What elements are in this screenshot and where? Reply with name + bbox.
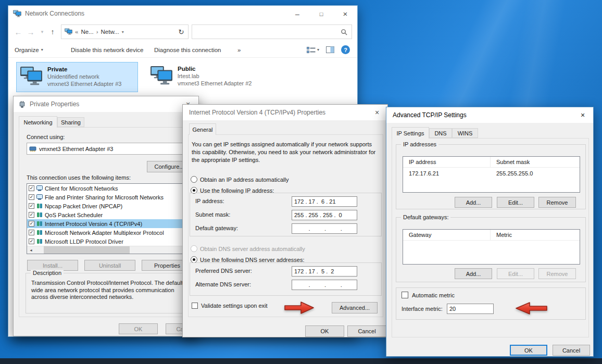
search-input[interactable] (192, 24, 352, 39)
automatic-metric-label[interactable]: Automatic metric (412, 292, 455, 298)
up-icon[interactable]: ↑ (47, 22, 58, 42)
subnet-mask-field[interactable]: 255 . 255 . 255 . 0 (292, 210, 357, 220)
remove-ip-button[interactable]: Remove (538, 197, 576, 208)
titlebar[interactable]: Advanced TCP/IP Settings (386, 107, 593, 123)
checkbox-checked[interactable]: ✓ (29, 239, 34, 244)
tab-ip-settings[interactable]: IP Settings (392, 127, 429, 139)
protocol-icon (36, 212, 43, 218)
back-icon[interactable]: ← (12, 22, 24, 42)
connection-item-public[interactable]: Public lrtest.lab vmxnet3 Ethernet Adapt… (147, 62, 269, 92)
gateways-heading: Default gateways: (401, 214, 450, 220)
uninstall-button[interactable]: Uninstall (84, 260, 135, 271)
close-button[interactable]: × (333, 6, 357, 22)
titlebar[interactable]: Private Properties (14, 96, 198, 112)
connection-items-list[interactable]: ✓ Client for Microsoft Networks ✓ File a… (27, 183, 191, 254)
red-arrow-to-interface-metric (514, 301, 547, 316)
ip-address-label: IP address: (195, 198, 224, 204)
add-gateway-button[interactable]: Add... (455, 268, 492, 279)
obtain-ip-radio[interactable] (191, 176, 197, 183)
dialog-title: Internet Protocol Version 4 (TCP/IPv4) P… (189, 109, 325, 116)
forward-icon[interactable]: → (25, 22, 36, 42)
toolbar-overflow-icon[interactable]: » (237, 42, 241, 58)
checkbox-checked[interactable]: ✓ (29, 203, 34, 209)
breadcrumb-overflow-icon[interactable]: « (75, 29, 78, 35)
edit-ip-button[interactable]: Edit... (497, 197, 534, 208)
maximize-button[interactable]: □ (309, 6, 333, 22)
validate-label[interactable]: Validate settings upon exit (201, 303, 268, 309)
ip-addresses-table[interactable]: IP address Subnet mask 172.17.6.21 255.2… (403, 156, 580, 193)
list-item[interactable]: ✓ File and Printer Sharing for Microsoft… (27, 193, 191, 202)
checkbox-checked[interactable]: ✓ (29, 194, 34, 200)
change-view-button[interactable]: ▾ (307, 46, 319, 54)
scrollbar-thumb[interactable] (44, 246, 130, 254)
automatic-metric-checkbox[interactable] (402, 292, 408, 298)
obtain-dns-radio[interactable] (191, 245, 197, 252)
default-gateway-field[interactable]: . . . (292, 223, 357, 234)
ok-button[interactable]: OK (510, 345, 547, 356)
horizontal-scrollbar[interactable]: ◄ ► (27, 246, 191, 254)
checkbox-checked[interactable]: ✓ (29, 212, 34, 218)
address-bar[interactable]: « Ne... › Netw... ▾ ↻ (61, 24, 189, 39)
gateways-table[interactable]: Gateway Metric (403, 229, 580, 265)
preferred-dns-field[interactable]: 172 . 17 . 5 . 2 (292, 266, 357, 277)
column-header-gateway[interactable]: Gateway (403, 230, 491, 240)
ok-button[interactable]: OK (305, 325, 344, 337)
connection-item-private[interactable]: Private Unidentified network vmxnet3 Eth… (16, 62, 138, 92)
obtain-ip-label[interactable]: Obtain an IP address automatically (200, 177, 289, 183)
breadcrumb-caret-icon[interactable]: ▾ (122, 30, 124, 34)
cancel-button[interactable]: Cancel (347, 325, 386, 337)
list-item-selected[interactable]: ✓ Internet Protocol Version 4 (TCP/IPv4) (27, 219, 191, 228)
taskbar[interactable] (0, 358, 602, 364)
disable-device-button[interactable]: Disable this network device (71, 42, 143, 58)
connection-network: Unidentified network (47, 73, 121, 81)
window-title: Network Connections (25, 10, 84, 17)
diagnose-connection-button[interactable]: Diagnose this connection (154, 42, 221, 58)
checkbox-checked[interactable]: ✓ (29, 185, 34, 191)
add-ip-button[interactable]: Add... (455, 197, 492, 208)
history-dropdown-icon[interactable]: ▾ (36, 22, 48, 42)
remove-gateway-button[interactable]: Remove (538, 268, 576, 279)
minimize-button[interactable]: – (285, 6, 309, 22)
checkbox-checked[interactable]: ✓ (29, 221, 34, 227)
breadcrumb-item[interactable]: Ne... (81, 29, 93, 35)
organize-menu[interactable]: Organize ▾ (15, 42, 43, 58)
tab-sharing[interactable]: Sharing (57, 117, 84, 127)
edit-gateway-button[interactable]: Edit... (497, 268, 534, 279)
tab-wins[interactable]: WINS (452, 128, 478, 138)
subnet-mask-label: Subnet mask: (195, 211, 230, 218)
validate-checkbox[interactable] (192, 303, 198, 309)
intro-text: You can get IP settings assigned automat… (192, 141, 379, 164)
list-item[interactable]: ✓ Npcap Packet Driver (NPCAP) (27, 202, 191, 210)
column-header-metric[interactable]: Metric (491, 230, 512, 240)
gateways-groupbox: Default gateways: Gateway Metric Add... … (396, 217, 586, 282)
close-icon[interactable]: × (572, 107, 593, 123)
install-button[interactable]: Install... (27, 260, 78, 271)
cancel-button[interactable]: Cancel (553, 345, 590, 356)
interface-metric-field[interactable]: 20 (447, 304, 494, 314)
table-row[interactable]: 172.17.6.21 255.255.255.0 (403, 168, 580, 179)
titlebar[interactable]: Internet Protocol Version 4 (TCP/IPv4) P… (183, 105, 387, 120)
ip-address-field[interactable]: 172 . 17 . 6 . 21 (292, 196, 357, 207)
list-item[interactable]: ✓ Microsoft Network Adapter Multiplexor … (27, 228, 191, 237)
tab-networking[interactable]: Networking (19, 116, 57, 128)
desktop[interactable]: Network Connections – □ × ← → ▾ ↑ « Ne..… (0, 0, 602, 364)
alternate-dns-field[interactable]: . . . (292, 280, 357, 290)
refresh-icon[interactable]: ↻ (174, 25, 188, 39)
list-item[interactable]: ✓ QoS Packet Scheduler (27, 210, 191, 219)
advanced-button[interactable]: Advanced... (332, 302, 378, 313)
ok-button[interactable]: OK (119, 323, 158, 334)
list-item[interactable]: ✓ Microsoft LLDP Protocol Driver (27, 237, 191, 246)
scroll-left-icon[interactable]: ◄ (27, 248, 35, 252)
preview-pane-icon[interactable] (326, 46, 334, 53)
column-header-ip-address[interactable]: IP address (403, 157, 491, 167)
checkbox-checked[interactable]: ✓ (29, 230, 34, 235)
close-icon[interactable]: × (367, 105, 387, 120)
tab-general[interactable]: General (189, 123, 216, 135)
tab-dns[interactable]: DNS (429, 128, 452, 138)
help-icon[interactable]: ? (341, 45, 350, 54)
list-item[interactable]: ✓ Client for Microsoft Networks (27, 184, 191, 193)
breadcrumb-item[interactable]: Netw... (101, 29, 119, 35)
column-header-subnet-mask[interactable]: Subnet mask (491, 157, 530, 167)
caret-down-icon: ▾ (41, 47, 43, 52)
protocol-icon (36, 239, 43, 244)
